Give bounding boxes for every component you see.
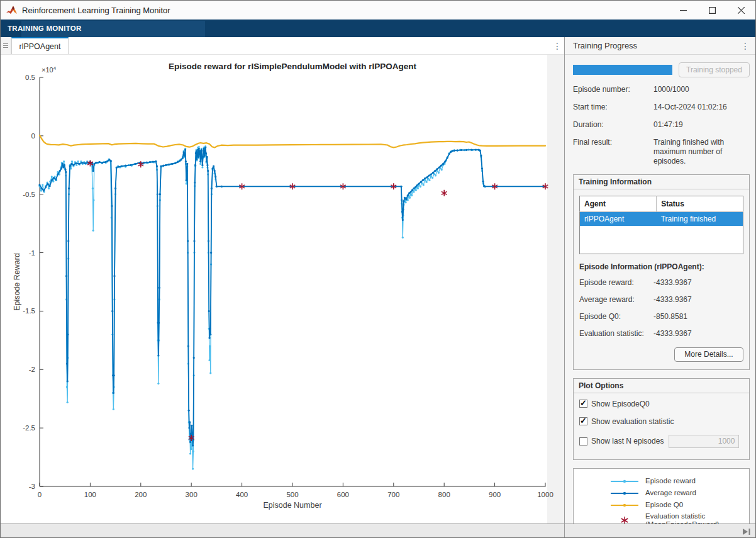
svg-text:-2.5: -2.5 xyxy=(23,424,35,432)
ribbon: TRAINING MONITOR xyxy=(1,20,755,37)
chart-legend: Episode reward Average reward Episode Q0… xyxy=(573,468,750,524)
panel-title: Training Progress xyxy=(573,41,738,50)
show-evaluation-statistic-option[interactable]: Show evaluation statistic xyxy=(579,417,743,426)
svg-text:100: 100 xyxy=(84,491,96,498)
last-n-episodes-input[interactable] xyxy=(669,435,739,448)
field-value: 01:47:19 xyxy=(653,120,750,130)
legend-line-icon xyxy=(610,478,639,485)
close-button[interactable] xyxy=(726,1,755,20)
stat-value: -4333.9367 xyxy=(653,295,692,304)
legend-item: Episode Q0 xyxy=(606,500,744,510)
agents-col-status: Status xyxy=(657,196,743,212)
training-progress-panel: Training Progress Training stopped Episo… xyxy=(565,37,756,538)
checkbox-label: Show EpisodeQ0 xyxy=(591,400,650,408)
stat-label: Evaluation statistic: xyxy=(579,329,653,338)
svg-text:800: 800 xyxy=(438,491,450,498)
tab-rlppoagent[interactable]: rlPPOAgent xyxy=(11,37,69,54)
stat-value: -4333.9367 xyxy=(653,278,692,287)
svg-text:Episode reward for rlSimplePen: Episode reward for rlSimplePendulumModel… xyxy=(169,62,416,71)
svg-text:200: 200 xyxy=(135,491,147,498)
document-tab-bar: rlPPOAgent xyxy=(1,37,564,55)
agents-col-agent: Agent xyxy=(580,196,657,212)
checkbox[interactable] xyxy=(579,417,587,425)
field-label: Episode number: xyxy=(573,85,653,94)
legend-line-icon xyxy=(610,490,639,496)
panel-bottom-strip xyxy=(565,524,756,538)
checkbox[interactable] xyxy=(579,400,587,408)
start-time-row: Start time: 14-Oct-2024 01:02:16 xyxy=(573,103,750,112)
field-value: Training finished with maximum number of… xyxy=(653,138,750,166)
svg-text:500: 500 xyxy=(286,491,298,498)
legend-line-icon xyxy=(610,502,639,508)
legend-item: Evaluation statistic(MeanEpisodeReward) xyxy=(606,512,744,524)
average-reward-row: Average reward: -4333.9367 xyxy=(579,295,743,304)
maximize-button[interactable] xyxy=(698,1,726,20)
episode-info-title: Episode Information (rlPPOAgent): xyxy=(579,262,743,271)
agent-row-selected[interactable]: rlPPOAgent Training finished xyxy=(580,212,743,227)
tab-list-icon[interactable] xyxy=(1,37,11,54)
ribbon-tab-training-monitor[interactable]: TRAINING MONITOR xyxy=(1,25,82,32)
tab-label: rlPPOAgent xyxy=(19,42,60,51)
evaluation-statistic-row: Evaluation statistic: -4333.9367 xyxy=(579,329,743,338)
panel-kebab-icon[interactable] xyxy=(738,41,752,51)
checkbox-label: Show evaluation statistic xyxy=(591,417,674,426)
field-value: 14-Oct-2024 01:02:16 xyxy=(653,103,750,112)
legend-label: Episode Q0 xyxy=(645,501,683,509)
legend-item: Average reward xyxy=(606,488,744,498)
show-episodeq0-option[interactable]: Show EpisodeQ0 xyxy=(579,400,743,408)
reward-figure: 010020030040050060070080090010000.50-0.5… xyxy=(1,55,564,524)
title-bar: Reinforcement Learning Training Monitor xyxy=(1,1,755,20)
agent-status-cell: Training finished xyxy=(657,212,743,227)
field-value: 1000/1000 xyxy=(653,85,750,94)
tab-bar-spacer xyxy=(69,37,550,54)
svg-text:900: 900 xyxy=(489,491,501,498)
episode-reward-chart[interactable]: 010020030040050060070080090010000.50-0.5… xyxy=(1,55,564,524)
stat-value: -4333.9367 xyxy=(653,329,692,338)
stat-value: -850.8581 xyxy=(653,312,687,321)
svg-text:Episode Reward: Episode Reward xyxy=(13,253,21,311)
field-label: Start time: xyxy=(573,103,653,112)
stat-label: Episode reward: xyxy=(579,278,653,287)
svg-text:0: 0 xyxy=(38,491,42,498)
matlab-icon xyxy=(6,6,17,15)
episode-number-row: Episode number: 1000/1000 xyxy=(573,85,750,94)
stat-label: Average reward: xyxy=(579,295,653,304)
stat-label: Episode Q0: xyxy=(579,312,653,321)
svg-text:400: 400 xyxy=(236,491,248,498)
agents-table[interactable]: Agent Status rlPPOAgent Training finishe… xyxy=(579,196,743,254)
plot-options-group: Plot Options Show EpisodeQ0 Show evaluat… xyxy=(573,378,750,460)
legend-label: Episode reward xyxy=(645,477,696,485)
svg-text:-1.5: -1.5 xyxy=(23,307,35,315)
more-details-button[interactable]: More Details... xyxy=(674,347,743,362)
training-information-group: Training Information Agent Status rlPPOA… xyxy=(573,174,750,370)
svg-text:-2: -2 xyxy=(29,366,35,373)
agent-name-cell: rlPPOAgent xyxy=(580,212,657,227)
legend-asterisk-icon xyxy=(610,515,639,524)
legend-label: Evaluation statistic(MeanEpisodeReward) xyxy=(645,512,720,524)
final-result-row: Final result: Training finished with max… xyxy=(573,138,750,166)
svg-text:300: 300 xyxy=(186,491,197,498)
svg-text:700: 700 xyxy=(387,491,399,498)
svg-text:-0.5: -0.5 xyxy=(23,191,35,198)
show-last-n-episodes-option[interactable]: Show last N episodes xyxy=(579,435,743,448)
episode-q0-row: Episode Q0: -850.8581 xyxy=(579,312,743,321)
svg-text:600: 600 xyxy=(337,491,349,498)
checkbox[interactable] xyxy=(579,437,587,446)
episode-reward-row: Episode reward: -4333.9367 xyxy=(579,278,743,287)
checkbox-label: Show last N episodes xyxy=(591,437,664,446)
svg-text:-1: -1 xyxy=(29,249,35,257)
window-title: Reinforcement Learning Training Monitor xyxy=(22,6,170,15)
agent-row-empty xyxy=(580,226,743,254)
field-label: Duration: xyxy=(573,120,653,130)
legend-item: Episode reward xyxy=(606,476,744,486)
svg-text:0: 0 xyxy=(31,132,35,140)
svg-text:0.5: 0.5 xyxy=(25,74,35,81)
training-progress-bar xyxy=(573,65,672,75)
figure-actions-kebab-icon[interactable] xyxy=(550,37,564,54)
minimize-button[interactable] xyxy=(669,1,698,20)
training-stopped-button[interactable]: Training stopped xyxy=(679,62,750,77)
svg-text:Episode Number: Episode Number xyxy=(263,501,321,510)
duration-row: Duration: 01:47:19 xyxy=(573,120,750,130)
field-label: Final result: xyxy=(573,138,653,166)
collapse-panel-icon[interactable] xyxy=(742,528,751,535)
